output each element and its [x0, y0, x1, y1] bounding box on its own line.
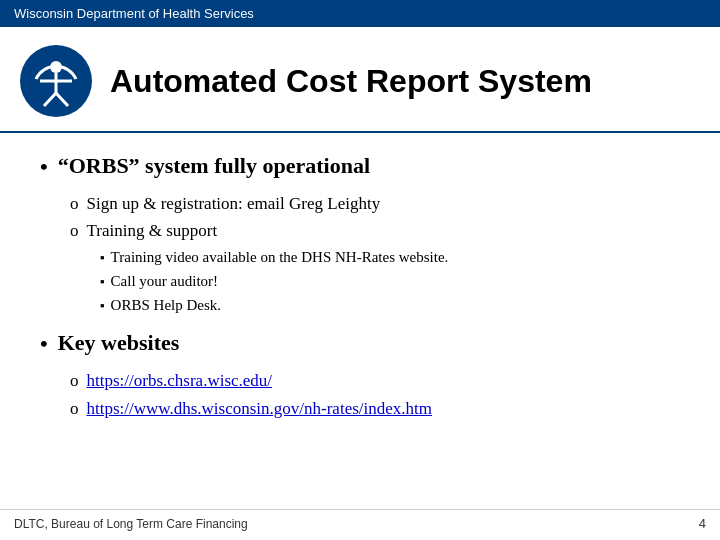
sub-bullet-link-2: o — [70, 397, 79, 421]
sub-bullet-link-1: o — [70, 369, 79, 393]
bullet-1: • “ORBS” system fully operational — [40, 153, 680, 182]
sub-sub-item-1: ▪ Training video available on the DHS NH… — [100, 247, 680, 268]
sub-bullet-1: o — [70, 192, 79, 216]
sub-sub-item-3-label: ORBS Help Desk. — [111, 295, 221, 316]
sub-sub-item-2: ▪ Call your auditor! — [100, 271, 680, 292]
sub-item-2: o Training & support — [70, 219, 680, 243]
page-number: 4 — [699, 516, 706, 531]
sub-item-1: o Sign up & registration: email Greg Lei… — [70, 192, 680, 216]
bullet-1-label: “ORBS” system fully operational — [58, 153, 370, 179]
footer-label: DLTC, Bureau of Long Term Care Financing — [14, 517, 248, 531]
slide-title: Automated Cost Report System — [110, 63, 592, 100]
sub-item-link-1: o https://orbs.chsra.wisc.edu/ — [70, 369, 680, 393]
sub-item-link-2: o https://www.dhs.wisconsin.gov/nh-rates… — [70, 397, 680, 421]
header-bar: Wisconsin Department of Health Services — [0, 0, 720, 27]
svg-line-3 — [44, 93, 56, 106]
bullet-2: • Key websites — [40, 330, 680, 359]
bullet-2-label: Key websites — [58, 330, 180, 356]
footer-bar: DLTC, Bureau of Long Term Care Financing… — [0, 509, 720, 537]
title-area: Automated Cost Report System — [0, 27, 720, 133]
slide-container: Automated Cost Report System • “ORBS” sy… — [0, 27, 720, 537]
sub-bullet-2: o — [70, 219, 79, 243]
link-2[interactable]: https://www.dhs.wisconsin.gov/nh-rates/i… — [87, 397, 433, 421]
square-bullet-3: ▪ — [100, 297, 105, 315]
sub-item-2-label: Training & support — [87, 219, 218, 243]
content-area: • “ORBS” system fully operational o Sign… — [0, 133, 720, 509]
svg-line-4 — [56, 93, 68, 106]
sub-sub-item-1-label: Training video available on the DHS NH-R… — [111, 247, 449, 268]
logo-svg — [26, 51, 86, 111]
link-1[interactable]: https://orbs.chsra.wisc.edu/ — [87, 369, 273, 393]
header-title: Wisconsin Department of Health Services — [14, 6, 254, 21]
sub-list-1: o Sign up & registration: email Greg Lei… — [70, 192, 680, 317]
square-bullet-1: ▪ — [100, 249, 105, 267]
sub-item-1-label: Sign up & registration: email Greg Leigh… — [87, 192, 381, 216]
bullet-2-dot: • — [40, 330, 48, 359]
logo-circle — [20, 45, 92, 117]
bullet-1-dot: • — [40, 153, 48, 182]
sub-sub-item-2-label: Call your auditor! — [111, 271, 218, 292]
sub-sub-list: ▪ Training video available on the DHS NH… — [100, 247, 680, 316]
sub-sub-item-3: ▪ ORBS Help Desk. — [100, 295, 680, 316]
svg-point-0 — [50, 61, 62, 73]
sub-list-2: o https://orbs.chsra.wisc.edu/ o https:/… — [70, 369, 680, 421]
square-bullet-2: ▪ — [100, 273, 105, 291]
